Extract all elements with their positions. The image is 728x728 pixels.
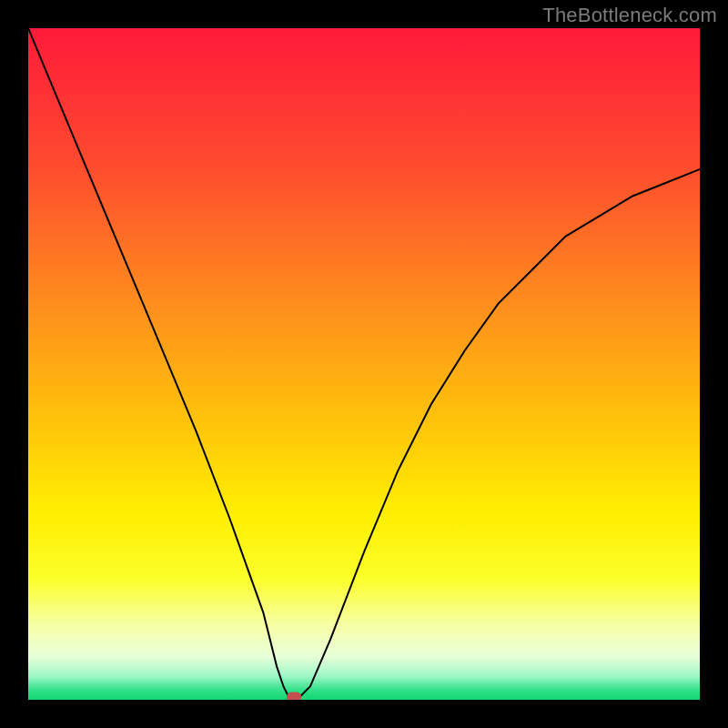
watermark-text: TheBottleneck.com: [542, 4, 717, 27]
optimal-point-marker: [287, 693, 301, 700]
chart-frame: TheBottleneck.com: [0, 0, 728, 728]
bottleneck-curve: [28, 28, 700, 700]
plot-area: [28, 28, 700, 700]
